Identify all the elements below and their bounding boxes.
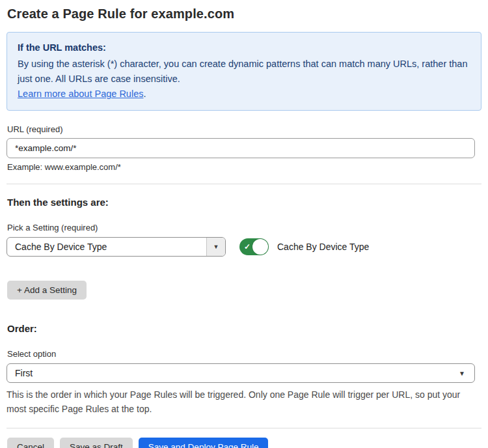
- chevron-down-icon: ▼: [459, 370, 465, 377]
- save-as-draft-button[interactable]: Save as Draft: [60, 438, 133, 448]
- setting-picker-label: Pick a Setting (required): [7, 223, 481, 232]
- page-title: Create a Page Rule for example.com: [7, 7, 481, 21]
- link-suffix: .: [143, 89, 146, 99]
- setting-select[interactable]: Cache By Device Type ▼: [7, 237, 226, 257]
- setting-toggle-wrap: ✓ Cache By Device Type: [239, 238, 369, 255]
- order-select-label: Select option: [7, 349, 481, 359]
- cancel-button[interactable]: Cancel: [7, 438, 54, 448]
- setting-select-value: Cache By Device Type: [7, 238, 206, 256]
- order-helper-text: This is the order in which your Page Rul…: [7, 387, 475, 416]
- order-section-heading: Order:: [7, 323, 481, 334]
- setting-row: Cache By Device Type ▼ ✓ Cache By Device…: [7, 237, 481, 257]
- learn-more-link[interactable]: Learn more about Page Rules: [18, 89, 143, 99]
- url-field-label: URL (required): [7, 124, 481, 134]
- info-box-link-line: Learn more about Page Rules.: [18, 87, 470, 102]
- toggle-label: Cache By Device Type: [277, 242, 369, 252]
- settings-section-heading: Then the settings are:: [7, 197, 481, 208]
- info-box-heading: If the URL matches:: [18, 40, 470, 55]
- toggle-knob: [252, 239, 268, 255]
- info-box-body: By using the asterisk (*) character, you…: [18, 57, 470, 87]
- footer-actions: Cancel Save as Draft Save and Deploy Pag…: [7, 438, 481, 448]
- order-select[interactable]: First ▼: [7, 363, 475, 383]
- chevron-down-icon: ▼: [213, 244, 219, 250]
- cache-by-device-toggle[interactable]: ✓: [239, 238, 269, 255]
- url-field-helper: Example: www.example.com/*: [7, 162, 481, 172]
- url-match-info-box: If the URL matches: By using the asteris…: [7, 32, 481, 111]
- section-divider-bottom: [7, 428, 481, 428]
- setting-select-dropdown-button[interactable]: ▼: [206, 238, 225, 256]
- order-select-value: First: [15, 368, 33, 378]
- save-and-deploy-button[interactable]: Save and Deploy Page Rule: [139, 438, 269, 448]
- url-input[interactable]: [7, 138, 475, 158]
- page-rule-form: Create a Page Rule for example.com If th…: [0, 0, 488, 448]
- add-setting-button[interactable]: + Add a Setting: [7, 281, 87, 300]
- check-icon: ✓: [244, 242, 251, 252]
- section-divider-top: [7, 184, 481, 184]
